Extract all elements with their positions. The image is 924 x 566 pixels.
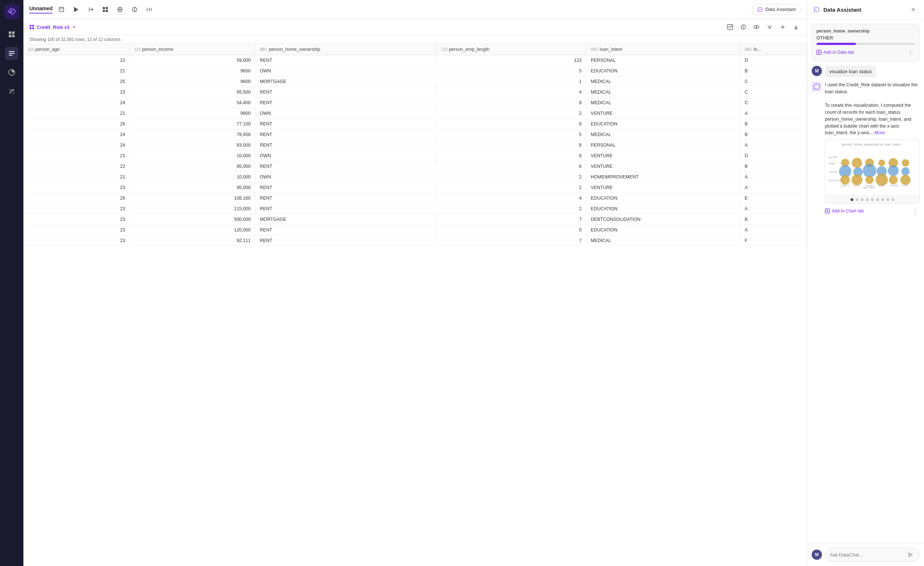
add-to-data-tab-button[interactable]: Add to Data tab xyxy=(816,50,854,55)
chart-dot-7[interactable] xyxy=(881,198,884,201)
table-cell: 65,500 xyxy=(130,87,255,97)
assistant-icon xyxy=(813,6,820,13)
data-assistant-button[interactable]: Data Assistant xyxy=(752,4,801,15)
table-cell: 5 xyxy=(437,129,586,140)
col-header-person-income[interactable]: 123person_income xyxy=(130,44,255,55)
table-cell: EDUCATION xyxy=(586,119,740,129)
toolbar-btn-grid[interactable] xyxy=(99,4,111,15)
table-cell: MORTGAGE xyxy=(255,214,437,225)
chart-more-button[interactable]: ⋮ xyxy=(911,207,920,216)
table-row: 2454,400RENT8MEDICALC xyxy=(23,97,807,108)
table-cell: RENT xyxy=(255,119,437,129)
more-link[interactable]: More xyxy=(874,130,885,135)
add-column-btn[interactable] xyxy=(778,22,788,32)
bubble-chart-svg: yg_stat... OWN OTHER MORTGAGE xyxy=(828,148,916,192)
table-cell: B xyxy=(740,214,807,225)
toolbar-btn-code[interactable] xyxy=(143,4,155,15)
panel-close-button[interactable]: ✕ xyxy=(908,4,918,15)
add-to-chart-tab-button[interactable]: Add to Chart tab xyxy=(825,208,864,214)
chart-dot-9[interactable] xyxy=(891,198,894,201)
toolbar: Unnamed xyxy=(23,0,807,19)
chart-view-btn[interactable] xyxy=(725,22,735,32)
chart-dot-4[interactable] xyxy=(866,198,869,201)
table-cell: OWN xyxy=(255,108,437,119)
table-cell: 2 xyxy=(437,204,586,214)
sidebar-icon-magic[interactable] xyxy=(5,85,18,98)
svg-point-9 xyxy=(9,89,10,90)
svg-rect-7 xyxy=(9,55,12,55)
table-row: 2365,500RENT4MEDICALC xyxy=(23,87,807,97)
dropdown-chevron-icon xyxy=(72,25,76,29)
table-cell: 2 xyxy=(437,172,586,183)
sidebar-icon-chart[interactable] xyxy=(5,66,18,79)
chart-dot-2[interactable] xyxy=(856,198,858,201)
svg-point-22 xyxy=(760,9,761,10)
chat-input-field[interactable] xyxy=(830,552,903,558)
svg-rect-2 xyxy=(12,31,15,34)
table-cell: RENT xyxy=(255,235,437,246)
chat-messages[interactable]: person_home_ownership OTHER Add to Data … xyxy=(807,19,924,543)
table-cell: 7 xyxy=(437,235,586,246)
chart-dot-6[interactable] xyxy=(876,198,879,201)
toolbar-btn-pivot[interactable] xyxy=(114,4,126,15)
table-cell: 500,000 xyxy=(130,214,255,225)
col-header-loan-intent[interactable]: ABCloan_intent xyxy=(586,44,740,55)
table-cell: 120,000 xyxy=(130,225,255,235)
col-header-lo[interactable]: ABClo... xyxy=(740,44,807,55)
table-cell: 0 xyxy=(437,225,586,235)
svg-point-21 xyxy=(760,9,760,10)
table-cell: 22 xyxy=(23,161,130,172)
ai-message-content: I used the Credit_Risk dataset to visual… xyxy=(825,82,920,216)
table-cell: C xyxy=(740,76,807,87)
table-cell: RENT xyxy=(255,193,437,204)
sidebar-icon-data[interactable] xyxy=(5,47,18,60)
table-cell: 7 xyxy=(437,214,586,225)
join-btn[interactable] xyxy=(752,22,762,32)
chart-dot-3[interactable] xyxy=(861,198,864,201)
table-cell: B xyxy=(740,161,807,172)
data-table-container[interactable]: 123person_age 123person_income ABCperson… xyxy=(23,44,807,566)
chart-preview: person_home_ownership vs. loan_inten... … xyxy=(825,139,920,204)
svg-rect-16 xyxy=(103,10,105,12)
chart-dot-8[interactable] xyxy=(886,198,889,201)
svg-text:OTHER: OTHER xyxy=(829,171,837,173)
table-cell: 77,100 xyxy=(130,119,255,129)
chart-dot-5[interactable] xyxy=(871,198,874,201)
svg-point-54 xyxy=(852,174,862,186)
table-cell: 115,000 xyxy=(130,204,255,214)
table-cell: 9600 xyxy=(130,76,255,87)
table-cell: RENT xyxy=(255,204,437,214)
col-header-person-emp-length[interactable]: 123person_emp_length xyxy=(437,44,586,55)
dataset-name-label: Credit_Risk v1 xyxy=(29,24,76,30)
send-icon xyxy=(908,552,914,558)
table-cell: 22 xyxy=(23,55,130,66)
toolbar-btn-transform[interactable] xyxy=(85,4,97,15)
info-btn[interactable] xyxy=(738,22,748,32)
union-btn[interactable] xyxy=(765,22,775,32)
toolbar-btn-sum[interactable] xyxy=(70,4,82,15)
col-header-person-age[interactable]: 123person_age xyxy=(23,44,130,55)
toolbar-btn-split[interactable] xyxy=(129,4,141,15)
svg-text:PERSO...: PERSO... xyxy=(890,184,901,187)
svg-point-42 xyxy=(852,158,862,168)
svg-rect-13 xyxy=(60,7,63,9)
table-row: 2478,956RENT5MEDICALB xyxy=(23,129,807,140)
download-btn[interactable] xyxy=(791,22,801,32)
ai-response-message: I used the Credit_Risk dataset to visual… xyxy=(812,82,920,216)
sidebar-icon-table[interactable] xyxy=(5,28,18,41)
chart-dot-1[interactable] xyxy=(850,198,854,201)
app-logo xyxy=(4,4,19,19)
result-card-more-button[interactable]: ⋮ xyxy=(906,48,915,57)
svg-point-11 xyxy=(9,93,10,94)
svg-rect-27 xyxy=(728,24,733,30)
table-cell: 6 xyxy=(437,151,586,161)
table-cell: A xyxy=(740,204,807,214)
table-cell: 23 xyxy=(23,235,130,246)
table-row: 2110,000OWN6VENTURED xyxy=(23,151,807,161)
chat-send-button[interactable] xyxy=(906,550,915,559)
svg-point-46 xyxy=(902,159,909,166)
col-header-person-home-ownership[interactable]: ABCperson_home_ownership xyxy=(255,44,437,55)
toolbar-btn-save[interactable] xyxy=(56,4,67,15)
panel-header: Data Assistant ✕ xyxy=(807,0,924,19)
table-cell: 2 xyxy=(437,108,586,119)
